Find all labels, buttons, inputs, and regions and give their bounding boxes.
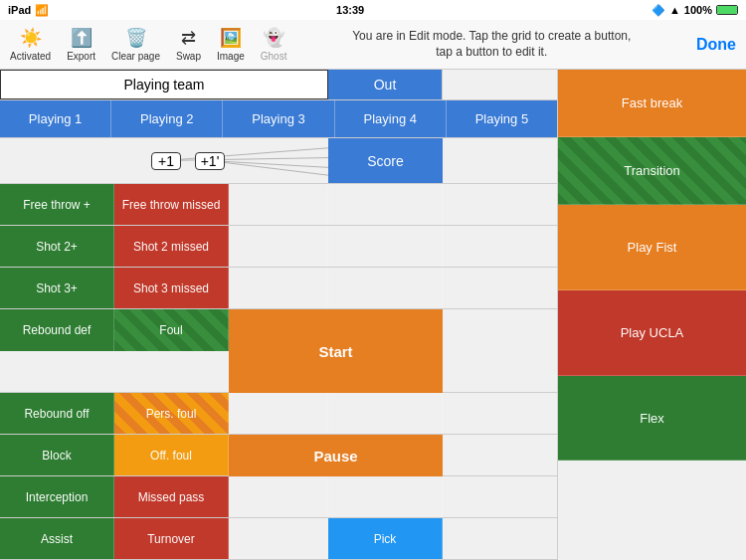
toolbar-image[interactable]: 🖼️ Image (217, 27, 245, 62)
cell-ft-3[interactable] (229, 184, 328, 225)
toolbar-ghost[interactable]: 👻 Ghost (261, 27, 287, 62)
cell-s2-4[interactable] (328, 226, 443, 267)
cell-ro-5[interactable] (443, 393, 557, 434)
activated-icon: ☀️ (20, 27, 42, 49)
toolbar-activated[interactable]: ☀️ Activated (10, 27, 51, 62)
battery-icon (716, 5, 738, 15)
cell-interception[interactable]: Interception (0, 476, 114, 517)
cell-shot3-missed[interactable]: Shot 3 missed (114, 268, 229, 308)
cell-i-5[interactable] (443, 476, 557, 517)
toolbar-items: ☀️ Activated ⬆️ Export 🗑️ Clear page ⇄ S… (10, 27, 286, 62)
ghost-label: Ghost (261, 51, 287, 62)
top-row: Playing team Out (0, 70, 557, 100)
export-label: Export (67, 51, 95, 62)
left-panel: Playing team Out Playing 1 Playing 2 Pla… (0, 70, 557, 560)
cell-i-4[interactable] (328, 476, 443, 517)
cell-start[interactable]: Start (229, 309, 443, 393)
status-right: 🔷 ▲ 100% (652, 4, 738, 17)
cell-assist[interactable]: Assist (0, 518, 114, 559)
flex-label: Flex (640, 411, 664, 426)
toolbar-export[interactable]: ⬆️ Export (67, 27, 95, 62)
toolbar-swap[interactable]: ⇄ Swap (176, 27, 201, 62)
cell-a-5[interactable] (443, 518, 557, 559)
out-cell[interactable]: Out (328, 70, 443, 99)
bluetooth-icon: 🔷 (652, 4, 665, 17)
cell-s2-3[interactable] (229, 226, 328, 267)
status-left: iPad 📶 (8, 4, 49, 17)
rp-transition[interactable]: Transition (558, 137, 746, 205)
cell-s3-5[interactable] (443, 268, 557, 308)
player-3-label: Playing 3 (252, 111, 304, 126)
cell-pers-foul[interactable]: Pers. foul (114, 393, 229, 434)
counter-score-row: +1 +1' Score (0, 138, 557, 184)
player-cell-4[interactable]: Playing 4 (335, 100, 447, 137)
toolbar: ☀️ Activated ⬆️ Export 🗑️ Clear page ⇄ S… (0, 20, 746, 70)
counter-box-2[interactable]: +1' (195, 152, 225, 170)
fast-break-label: Fast break (622, 95, 682, 110)
rp-fast-break[interactable]: Fast break (558, 70, 746, 137)
row-shot3: Shot 3+ Shot 3 missed (0, 268, 557, 309)
cell-s2-5[interactable] (443, 226, 557, 267)
start-label: Start (318, 343, 352, 360)
player-cell-5[interactable]: Playing 5 (447, 100, 557, 137)
cell-ro-4[interactable] (328, 393, 443, 434)
cell-ro-3[interactable] (229, 393, 328, 434)
cell-missed-pass[interactable]: Missed pass (114, 476, 229, 517)
row-interception: Interception Missed pass (0, 476, 557, 518)
player-4-label: Playing 4 (363, 111, 416, 126)
rp-flex[interactable]: Flex (558, 376, 746, 461)
battery-label: 100% (684, 4, 712, 16)
cell-ft-4[interactable] (328, 184, 443, 225)
player-cell-2[interactable]: Playing 2 (111, 100, 223, 137)
player-cell-3[interactable]: Playing 3 (223, 100, 334, 137)
rp-play-fist[interactable]: Play Fist (558, 205, 746, 290)
cell-shot2-plus[interactable]: Shot 2+ (0, 226, 114, 267)
activated-label: Activated (10, 51, 51, 62)
counter-box-1[interactable]: +1 (151, 152, 181, 170)
main-area: Playing team Out Playing 1 Playing 2 Pla… (0, 70, 746, 560)
cell-s3-3[interactable] (229, 268, 328, 308)
playing-team-label: Playing team (124, 77, 205, 93)
cell-pick[interactable]: Pick (328, 518, 443, 559)
counter-2-label: +1' (201, 153, 220, 169)
cell-pause[interactable]: Pause (229, 435, 443, 476)
rp-play-ucla[interactable]: Play UCLA (558, 290, 746, 376)
image-label: Image (217, 51, 245, 62)
cell-block[interactable]: Block (0, 435, 114, 475)
cell-free-throw-plus[interactable]: Free throw + (0, 184, 114, 225)
cell-i-3[interactable] (229, 476, 328, 517)
cell-foul[interactable]: Foul (114, 309, 229, 351)
status-bar: iPad 📶 13:39 🔷 ▲ 100% (0, 0, 746, 20)
toolbar-clear-page[interactable]: 🗑️ Clear page (111, 27, 160, 62)
cell-rd-5[interactable] (443, 309, 557, 351)
cell-rebound-off[interactable]: Rebound off (0, 393, 114, 434)
player-cell-1[interactable]: Playing 1 (0, 100, 111, 137)
cell-a-3[interactable] (229, 518, 328, 559)
score-cell[interactable]: Score (328, 138, 443, 183)
player-row: Playing 1 Playing 2 Playing 3 Playing 4 … (0, 100, 557, 138)
swap-icon: ⇄ (181, 27, 196, 49)
done-button[interactable]: Done (696, 36, 736, 54)
cell-free-throw-missed[interactable]: Free throw missed (114, 184, 229, 225)
cell-ft-5[interactable] (443, 184, 557, 225)
row-rebound-off: Rebound off Pers. foul (0, 393, 557, 435)
playing-team-cell[interactable]: Playing team (0, 70, 328, 99)
cell-turnover[interactable]: Turnover (114, 518, 229, 559)
cell-shot3-plus[interactable]: Shot 3+ (0, 268, 114, 308)
image-icon: 🖼️ (220, 27, 242, 49)
wifi-icon: 📶 (35, 4, 49, 17)
export-icon: ⬆️ (71, 27, 93, 49)
score-label: Score (367, 153, 404, 169)
cell-shot2-missed[interactable]: Shot 2 missed (114, 226, 229, 267)
cell-rebound-def[interactable]: Rebound def (0, 309, 114, 351)
pause-label: Pause (313, 448, 357, 465)
counter-1-label: +1 (158, 153, 174, 169)
cell-s3-4[interactable] (328, 268, 443, 308)
carrier-label: iPad (8, 4, 31, 16)
right-panel: Fast break Transition Play Fist Play UCL… (557, 70, 746, 560)
row-block: Block Off. foul Pause (0, 435, 557, 476)
row-free-throw: Free throw + Free throw missed (0, 184, 557, 226)
cell-off-foul[interactable]: Off. foul (114, 435, 229, 475)
cell-b-5[interactable] (443, 435, 557, 475)
content-area: +1 +1' Score (0, 138, 557, 560)
